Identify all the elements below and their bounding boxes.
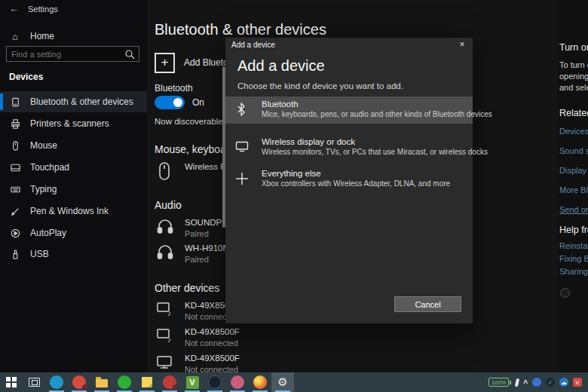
sidebar-item-label: Mouse: [30, 140, 57, 151]
bluetooth-label: Bluetooth: [155, 83, 193, 93]
headphones-icon: [156, 217, 176, 240]
dialog-titlebar: Add a device ×: [225, 38, 473, 53]
home-icon: ⌂: [9, 30, 21, 42]
battery-indicator[interactable]: 100%: [488, 378, 511, 387]
usb-icon: [9, 248, 21, 260]
taskbar-app-file-explorer[interactable]: [90, 372, 113, 392]
task-view-button[interactable]: [23, 372, 45, 392]
rail-heading: Turn on Bluetooth even faster: [559, 42, 588, 53]
section-heading-audio: Audio: [155, 199, 182, 211]
taskbar-app-red-badge[interactable]: [158, 372, 181, 392]
link-reinstalling-drivers[interactable]: Reinstalling Bluetooth drivers: [559, 241, 588, 250]
sidebar-item-label: USB: [30, 249, 49, 259]
bluetooth-icon: [235, 103, 249, 116]
option-everything-else[interactable]: Everything else Xbox controllers with Wi…: [225, 166, 473, 193]
sidebar-item-autoplay[interactable]: AutoPlay: [0, 222, 147, 243]
get-help-icon[interactable]: [560, 288, 570, 298]
sidebar-item-touchpad[interactable]: Touchpad: [0, 157, 147, 178]
link-devices-and-printers[interactable]: Devices and printers: [559, 127, 588, 136]
sidebar-item-typing[interactable]: Typing: [0, 179, 147, 200]
tray-app-blue-icon[interactable]: [532, 378, 541, 387]
media-device-icon: ♪: [156, 326, 176, 349]
show-hidden-icons-chevron[interactable]: ^: [523, 381, 528, 387]
sidebar-item-bluetooth-other-devices[interactable]: Bluetooth & other devices: [0, 91, 147, 112]
link-sound-settings[interactable]: Sound settings: [559, 146, 588, 155]
start-button[interactable]: [0, 372, 23, 392]
option-description: Wireless monitors, TVs, or PCs that use …: [262, 148, 488, 156]
sidebar-item-label: Home: [30, 31, 54, 41]
settings-sidebar: ← Settings ⌂ Home Devices Bluetooth & ot…: [0, 0, 147, 372]
taskbar-app-firefox[interactable]: [249, 372, 271, 392]
sidebar-item-label: Touchpad: [30, 162, 69, 173]
sidebar-item-mouse[interactable]: Mouse: [0, 135, 147, 156]
photos-pink-icon: [231, 375, 244, 389]
task-view-icon: [29, 378, 40, 387]
taskbar-app-red[interactable]: [68, 372, 90, 392]
taskbar-app-browser-teal[interactable]: [45, 372, 68, 392]
cancel-button[interactable]: Cancel: [394, 296, 461, 312]
sidebar-item-label: Pen & Windows Ink: [30, 206, 109, 216]
devices-icon: [9, 96, 21, 108]
add-device-dialog: Add a device × Add a device Choose the k…: [225, 38, 473, 323]
taskbar-app-line[interactable]: [113, 372, 136, 392]
tray-check-icon[interactable]: ✓: [546, 378, 555, 387]
dialog-description: Choose the kind of device you want to ad…: [237, 81, 403, 90]
rail-paragraph-line: To turn on Bluetooth without: [559, 60, 588, 69]
back-icon[interactable]: ←: [9, 3, 19, 14]
option-wireless-display[interactable]: Wireless display or dock Wireless monito…: [225, 134, 473, 161]
toggle-knob: [173, 98, 182, 107]
onedrive-cloud-icon[interactable]: ☁: [559, 378, 568, 387]
device-name: KD-49X8500F: [185, 354, 240, 363]
dialog-heading: Add a device: [237, 57, 325, 75]
touchpad-icon: [9, 161, 21, 173]
link-more-bluetooth-options[interactable]: More Bluetooth options: [559, 185, 588, 194]
system-tray: 100% ^ ✓ ☁ V: [488, 378, 588, 387]
taskbar-app-settings[interactable]: ⚙: [271, 372, 294, 392]
link-send-receive-files[interactable]: Send or receive files via Bluetooth: [559, 205, 588, 214]
device-name: KD-49X8500F: [185, 327, 240, 336]
sidebar-item-printers-scanners[interactable]: Printers & scanners: [0, 113, 147, 134]
rail-paragraph-line: and select the Bluetooth icon.: [559, 83, 588, 92]
svg-text:♪: ♪: [167, 335, 171, 344]
mouse-icon: [9, 139, 21, 152]
battery-tip: [510, 381, 511, 384]
search-icon[interactable]: [124, 48, 136, 60]
sidebar-item-label: Typing: [30, 184, 57, 194]
pen-icon: [9, 205, 21, 217]
sidebar-section-devices: Devices: [9, 72, 43, 82]
sidebar-item-usb[interactable]: USB: [0, 243, 147, 265]
line-messenger-icon: [118, 375, 131, 389]
toggle-state-label: On: [192, 97, 204, 108]
option-title: Everything else: [262, 169, 321, 178]
search-input[interactable]: [7, 50, 124, 59]
option-description: Mice, keyboards, pens, or audio and othe…: [262, 110, 492, 118]
bluetooth-toggle[interactable]: [155, 96, 185, 109]
device-status: Paired: [185, 229, 209, 238]
help-from-web-heading: Help from the web: [559, 225, 588, 235]
close-icon[interactable]: ×: [456, 39, 468, 50]
sidebar-item-label: AutoPlay: [30, 228, 66, 238]
plus-icon: +: [155, 53, 175, 73]
link-sharing-files[interactable]: Sharing files over Bluetooth: [559, 267, 588, 276]
settings-gear-icon: ⚙: [277, 375, 287, 389]
sidebar-item-home[interactable]: ⌂ Home: [0, 26, 147, 47]
steam-icon: [208, 375, 222, 389]
taskbar-app-v[interactable]: V: [181, 372, 204, 392]
taskbar-app-steam[interactable]: [204, 372, 226, 392]
taskbar-app-photos[interactable]: [226, 372, 249, 392]
pen-tray-icon[interactable]: [515, 378, 520, 387]
page-title: Bluetooth & other devices: [155, 21, 326, 38]
link-fixing-connections[interactable]: Fixing Bluetooth connections: [559, 254, 588, 263]
link-display-settings[interactable]: Display settings: [559, 166, 588, 175]
windows-logo-icon: [6, 377, 17, 387]
sidebar-item-pen-windows-ink[interactable]: Pen & Windows Ink: [0, 201, 147, 222]
option-title: Wireless display or dock: [262, 137, 355, 146]
taskbar: V ⚙ 100% ^ ✓ ☁ V: [0, 372, 588, 392]
taskbar-app-sticky-notes[interactable]: [136, 372, 158, 392]
sticky-notes-icon: [142, 377, 152, 387]
search-box: [6, 46, 139, 62]
tray-shield-v-icon[interactable]: V: [573, 378, 582, 387]
keyboard-icon: [9, 183, 21, 195]
option-bluetooth[interactable]: Bluetooth Mice, keyboards, pens, or audi…: [225, 96, 473, 124]
sidebar-titlebar: ← Settings: [0, 0, 147, 21]
